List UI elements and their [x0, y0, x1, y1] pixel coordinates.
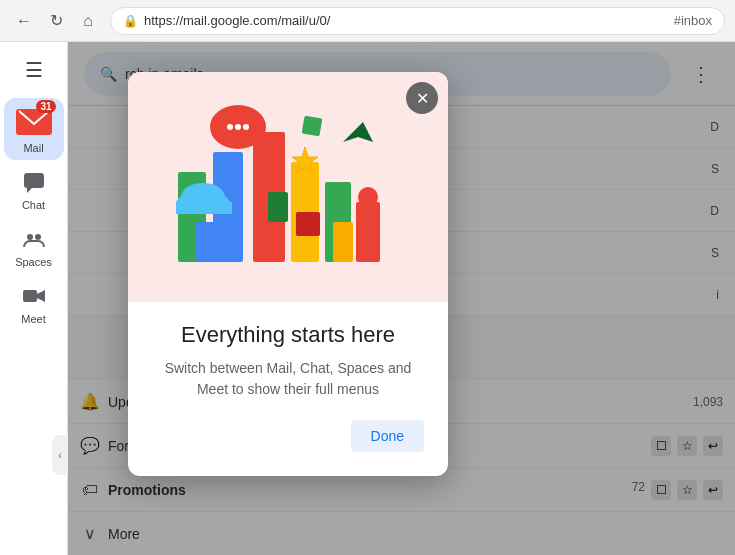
browser-chrome: ← ↻ ⌂ 🔒 https://mail.google.com/mail/u/0…: [0, 0, 735, 42]
chat-icon: [22, 170, 46, 197]
sidebar-item-chat[interactable]: Chat: [4, 164, 64, 217]
svg-rect-1: [24, 173, 44, 188]
sidebar-item-mail[interactable]: 31 Mail: [4, 98, 64, 160]
svg-rect-16: [333, 222, 353, 262]
refresh-button[interactable]: ↻: [42, 7, 70, 35]
sidebar-item-spaces[interactable]: Spaces: [4, 221, 64, 274]
modal-footer: Done: [152, 420, 424, 452]
sidebar-label-mail: Mail: [23, 142, 43, 154]
spaces-icon: [22, 227, 46, 254]
modal-close-button[interactable]: ✕: [406, 82, 438, 114]
svg-marker-2: [27, 188, 32, 193]
modal-description: Switch between Mail, Chat, Spaces and Me…: [152, 358, 424, 400]
home-button[interactable]: ⌂: [74, 7, 102, 35]
browser-nav: ← ↻ ⌂: [10, 7, 102, 35]
lock-icon: 🔒: [123, 14, 138, 28]
svg-rect-13: [196, 222, 218, 262]
hash-text: #inbox: [674, 13, 712, 28]
sidebar: ☰ 31 Mail Chat: [0, 42, 68, 555]
svg-rect-26: [176, 202, 232, 214]
modal-overlay: ✕: [68, 42, 735, 555]
sidebar-label-spaces: Spaces: [15, 256, 52, 268]
svg-rect-14: [268, 192, 288, 222]
address-bar[interactable]: 🔒 https://mail.google.com/mail/u/0/ #inb…: [110, 7, 725, 35]
svg-rect-15: [296, 212, 320, 236]
collapse-chevron-icon: ‹: [58, 450, 61, 461]
svg-point-27: [358, 187, 378, 207]
mail-icon-wrap: 31: [16, 104, 52, 140]
svg-rect-12: [356, 202, 380, 262]
svg-point-22: [243, 124, 249, 130]
svg-rect-29: [302, 116, 323, 137]
svg-marker-6: [37, 290, 45, 302]
app-container: ☰ 31 Mail Chat: [0, 42, 735, 555]
hamburger-button[interactable]: ☰: [14, 50, 54, 90]
sidebar-label-meet: Meet: [21, 313, 45, 325]
svg-marker-28: [343, 122, 373, 142]
svg-point-20: [227, 124, 233, 130]
mail-badge: 31: [36, 100, 55, 113]
svg-point-4: [35, 234, 41, 240]
close-x-icon: ✕: [416, 89, 429, 108]
svg-point-21: [235, 124, 241, 130]
sidebar-label-chat: Chat: [22, 199, 45, 211]
sidebar-collapse-btn[interactable]: ‹: [52, 435, 68, 475]
modal-done-button[interactable]: Done: [351, 420, 424, 452]
modal-dialog: ✕: [128, 72, 448, 476]
meet-icon: [22, 284, 46, 311]
back-button[interactable]: ←: [10, 7, 38, 35]
modal-title: Everything starts here: [152, 322, 424, 348]
modal-body: Everything starts here Switch between Ma…: [128, 302, 448, 476]
browser-bar: ← ↻ ⌂ 🔒 https://mail.google.com/mail/u/0…: [0, 0, 735, 42]
modal-illustration: ✕: [128, 72, 448, 302]
main-content: 🔍 rch in emails ⋮ D S D S: [68, 42, 735, 555]
blocks-illustration: [148, 92, 428, 302]
sidebar-item-meet[interactable]: Meet: [4, 278, 64, 331]
url-text: https://mail.google.com/mail/u/0/: [144, 13, 668, 28]
svg-rect-5: [23, 290, 37, 302]
svg-point-3: [27, 234, 33, 240]
